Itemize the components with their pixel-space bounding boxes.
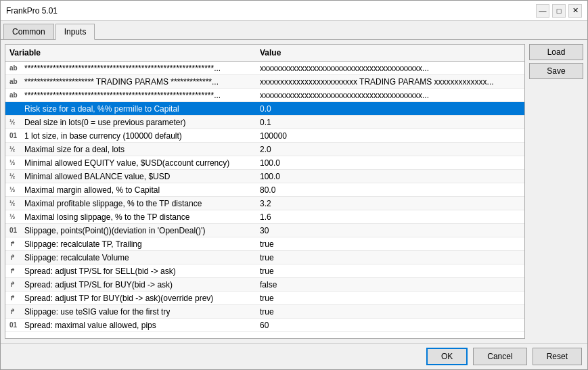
variable-name: Maximal profitable slippage, % to the TP… bbox=[24, 199, 202, 208]
variable-value: 30 bbox=[256, 225, 524, 237]
variable-name: ****************************************… bbox=[24, 64, 221, 73]
variable-name: ****************************************… bbox=[24, 91, 221, 100]
table-row[interactable]: ½Maximal profitable slippage, % to the T… bbox=[5, 197, 524, 210]
table-row[interactable]: ab**************************************… bbox=[5, 89, 524, 102]
row-type-icon: ab bbox=[9, 64, 22, 72]
row-type-icon: ↱ bbox=[9, 281, 22, 288]
table-row[interactable]: ½Maximal size for a deal, lots2.0 bbox=[5, 143, 524, 156]
row-type-icon: ½ bbox=[9, 159, 22, 166]
column-variable-header: Variable bbox=[5, 47, 256, 59]
variable-value: 80.0 bbox=[256, 184, 524, 196]
variable-value: true bbox=[256, 306, 524, 318]
variable-name: Minimal allowed BALANCE value, $USD bbox=[24, 172, 170, 181]
row-type-icon: 01 bbox=[9, 227, 22, 234]
variable-name: Spread: adjust TP/SL for SELL(bid -> ask… bbox=[24, 267, 176, 276]
variable-value: 2.0 bbox=[256, 143, 524, 156]
table-row[interactable]: ↱Spread: adjust TP for BUY(bid -> ask)(o… bbox=[5, 292, 524, 305]
reset-button[interactable]: Reset bbox=[533, 348, 582, 365]
variable-value: xxxxxxxxxxxxxxxxxxxxxxxxxxxxxxxxxxxxxxxx… bbox=[256, 62, 524, 74]
variable-name: Spread: maximal value allowed, pips bbox=[24, 321, 156, 330]
row-type-icon: ½ bbox=[9, 118, 22, 126]
row-type-icon: ½ bbox=[9, 200, 22, 207]
variable-value: 100.0 bbox=[256, 157, 524, 169]
variable-value: xxxxxxxxxxxxxxxxxxxxxxxx TRADING PARAMS … bbox=[256, 76, 524, 88]
save-button[interactable]: Save bbox=[529, 63, 583, 79]
content-area: Variable Value ab***********************… bbox=[1, 40, 587, 343]
variable-name: Minimal allowed EQUITY value, $USD(accou… bbox=[24, 158, 229, 168]
variable-value: xxxxxxxxxxxxxxxxxxxxxxxxxxxxxxxxxxxxxxxx… bbox=[256, 89, 524, 101]
table-row[interactable]: ½Minimal allowed EQUITY value, $USD(acco… bbox=[5, 156, 524, 170]
row-type-icon: 01 bbox=[9, 321, 22, 329]
maximize-button[interactable]: □ bbox=[552, 4, 566, 18]
variable-value: 60 bbox=[256, 319, 524, 331]
variable-name: Risk size for a deal, %% permille to Cap… bbox=[24, 104, 179, 114]
table-row[interactable]: ↱Spread: adjust TP/SL for BUY(bid -> ask… bbox=[5, 278, 524, 292]
variable-name: Maximal margin allowed, % to Capital bbox=[24, 185, 160, 195]
row-type-icon: ½ bbox=[9, 213, 22, 221]
row-type-icon: 01 bbox=[9, 132, 22, 139]
row-type-icon: ↱ bbox=[9, 267, 22, 275]
variable-value: true bbox=[256, 238, 524, 250]
variable-value: 100.0 bbox=[256, 170, 524, 183]
window-controls: — □ ✕ bbox=[536, 4, 582, 18]
row-type-icon: ↱ bbox=[9, 308, 22, 315]
variable-name: Maximal size for a deal, lots bbox=[24, 145, 125, 154]
table-header: Variable Value bbox=[5, 45, 524, 62]
variable-value: true bbox=[256, 252, 524, 264]
row-type-icon: ↱ bbox=[9, 254, 22, 261]
tab-common[interactable]: Common bbox=[3, 24, 54, 39]
variable-value: 0.1 bbox=[256, 116, 524, 129]
footer: OK Cancel Reset bbox=[1, 343, 587, 369]
variable-name: 1 lot size, in base currency (100000 def… bbox=[24, 131, 182, 141]
table-row[interactable]: ↱Spread: adjust TP/SL for SELL(bid -> as… bbox=[5, 264, 524, 278]
table-row[interactable]: Risk size for a deal, %% permille to Cap… bbox=[5, 102, 524, 116]
variable-value: true bbox=[256, 292, 524, 304]
row-type-icon: ½ bbox=[9, 145, 22, 153]
table-row[interactable]: ab********************** TRADING PARAMS … bbox=[5, 75, 524, 89]
variable-value: 1.6 bbox=[256, 211, 524, 223]
table-row[interactable]: ½Minimal allowed BALANCE value, $USD100.… bbox=[5, 170, 524, 183]
close-button[interactable]: ✕ bbox=[568, 4, 582, 18]
load-button[interactable]: Load bbox=[529, 44, 583, 60]
variable-name: Spread: adjust TP for BUY(bid -> ask)(ov… bbox=[24, 294, 213, 303]
ok-button[interactable]: OK bbox=[426, 348, 468, 365]
row-type-icon: ab bbox=[9, 91, 22, 99]
row-type-icon: ↱ bbox=[9, 294, 22, 302]
variable-value: 0.0 bbox=[256, 103, 524, 115]
table-row[interactable]: ½Deal size in lots(0 = use previous para… bbox=[5, 116, 524, 129]
column-value-header: Value bbox=[256, 47, 524, 59]
variable-value: true bbox=[256, 265, 524, 277]
window-title: FrankPro 5.01 bbox=[6, 6, 58, 16]
variable-name: ********************** TRADING PARAMS **… bbox=[24, 77, 219, 87]
table-row[interactable]: 01Slippage, points(Point())(deviation in… bbox=[5, 224, 524, 237]
table-row[interactable]: ↱Slippage: use teSIG value for the first… bbox=[5, 305, 524, 319]
table-row[interactable]: ½Maximal margin allowed, % to Capital80.… bbox=[5, 183, 524, 197]
row-type-icon: ½ bbox=[9, 172, 22, 180]
side-panel: Load Save bbox=[529, 44, 583, 339]
cancel-button[interactable]: Cancel bbox=[473, 348, 526, 365]
table-row[interactable]: ↱Slippage: recalculate TP, Trailingtrue bbox=[5, 237, 524, 251]
variable-name: Slippage, points(Point())(deviation in '… bbox=[24, 226, 205, 235]
table-row[interactable]: 01Spread: maximal value allowed, pips60 bbox=[5, 319, 524, 332]
variable-value: 3.2 bbox=[256, 198, 524, 210]
table-row[interactable]: ½Maximal losing slippage, % to the TP di… bbox=[5, 210, 524, 224]
table-row[interactable]: ab**************************************… bbox=[5, 62, 524, 75]
row-type-icon: ½ bbox=[9, 186, 22, 193]
row-type-icon: ab bbox=[9, 78, 22, 85]
tab-bar: Common Inputs bbox=[1, 21, 587, 40]
variable-name: Spread: adjust TP/SL for BUY(bid -> ask) bbox=[24, 280, 173, 290]
row-type-icon: ↱ bbox=[9, 240, 22, 248]
minimize-button[interactable]: — bbox=[536, 4, 549, 18]
table-row[interactable]: ↱Slippage: recalculate Volumetrue bbox=[5, 251, 524, 264]
tab-inputs[interactable]: Inputs bbox=[55, 24, 95, 40]
parameter-table: Variable Value ab***********************… bbox=[5, 44, 525, 339]
variable-name: Slippage: recalculate TP, Trailing bbox=[24, 239, 142, 249]
table-row[interactable]: 011 lot size, in base currency (100000 d… bbox=[5, 129, 524, 143]
variable-name: Slippage: recalculate Volume bbox=[24, 253, 129, 262]
variable-name: Deal size in lots(0 = use previous param… bbox=[24, 118, 185, 127]
variable-name: Maximal losing slippage, % to the TP dis… bbox=[24, 212, 189, 222]
variable-value: 100000 bbox=[256, 130, 524, 142]
variable-name: Slippage: use teSIG value for the first … bbox=[24, 307, 170, 317]
table-scroll-area[interactable]: ab**************************************… bbox=[5, 62, 524, 338]
title-bar: FrankPro 5.01 — □ ✕ bbox=[1, 1, 587, 21]
